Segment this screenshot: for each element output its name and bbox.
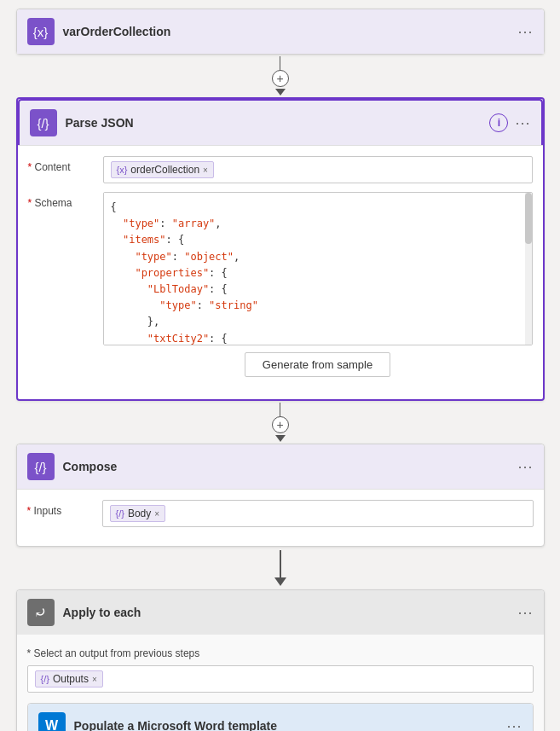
connector-line-2 xyxy=(280,403,280,416)
compose-actions: ··· xyxy=(517,458,533,476)
token-close-btn[interactable]: × xyxy=(203,165,208,175)
token-text: orderCollection xyxy=(130,164,199,176)
apply-to-each-header: ⤾ Apply to each ··· xyxy=(17,590,544,635)
apply-to-each-icon: ⤾ xyxy=(27,599,55,626)
compose-icon: {/} xyxy=(27,453,55,480)
populate-header: W Populate a Microsoft Word template ··· xyxy=(28,704,533,731)
outputs-token-text: Outputs xyxy=(53,673,89,685)
var-order-collection-header: {x} varOrderCollection ··· xyxy=(17,9,544,54)
populate-word-template-card: W Populate a Microsoft Word template ···… xyxy=(27,703,534,731)
parse-json-dots[interactable]: ··· xyxy=(515,114,530,132)
connector-arrow-2 xyxy=(275,435,286,442)
parse-json-info-btn[interactable]: i xyxy=(489,113,508,132)
var-order-collection-card: {x} varOrderCollection ··· xyxy=(16,9,545,55)
apply-to-each-title: Apply to each xyxy=(63,606,510,619)
select-output-label: * Select an output from previous steps xyxy=(27,647,200,659)
parse-json-title: Parse JSON xyxy=(66,116,482,130)
add-step-btn-2[interactable]: + xyxy=(272,416,289,433)
generate-from-sample-button[interactable]: Generate from sample xyxy=(245,352,390,377)
inputs-value: {/} Body × xyxy=(102,500,534,527)
populate-dots[interactable]: ··· xyxy=(506,717,522,732)
content-field-row: Content {x} orderCollection × xyxy=(28,156,533,183)
schema-container-wrapper: { "type": "array", "items": { "type": "o… xyxy=(103,192,533,380)
compose-body: Inputs {/} Body × xyxy=(17,489,544,546)
inputs-field-row: Inputs {/} Body × xyxy=(27,500,534,527)
body-token-icon: {/} xyxy=(116,508,124,519)
apply-to-each-actions: ··· xyxy=(517,604,533,622)
apply-to-each-card: ⤾ Apply to each ··· * Select an output f… xyxy=(16,589,545,731)
compose-title: Compose xyxy=(63,460,510,473)
compose-header: {/} Compose ··· xyxy=(17,444,544,489)
outputs-token-icon: {/} xyxy=(41,674,49,684)
schema-field-row: Schema { "type": "array", "items": { "ty… xyxy=(28,192,533,380)
simple-connector-1 xyxy=(274,547,286,589)
outputs-field: {/} Outputs × xyxy=(27,665,534,693)
schema-label: Schema xyxy=(28,192,96,380)
var-order-collection-dots[interactable]: ··· xyxy=(517,23,533,41)
populate-title: Populate a Microsoft Word template xyxy=(74,719,499,731)
populate-actions: ··· xyxy=(506,717,522,732)
schema-text: { "type": "array", "items": { "type": "o… xyxy=(111,200,525,345)
var-order-collection-actions: ··· xyxy=(517,23,533,41)
apply-to-each-dots[interactable]: ··· xyxy=(517,604,533,622)
add-step-btn-1[interactable]: + xyxy=(272,70,289,87)
content-value: {x} orderCollection × xyxy=(103,156,533,183)
compose-dots[interactable]: ··· xyxy=(517,458,533,476)
connector-2: + xyxy=(272,401,289,444)
parse-json-actions: i ··· xyxy=(489,113,530,132)
var-order-collection-title: varOrderCollection xyxy=(63,25,510,38)
order-collection-token: {x} orderCollection × xyxy=(111,161,214,178)
parse-json-card: {/} Parse JSON i ··· Content {x} orderCo… xyxy=(16,97,545,401)
outputs-token: {/} Outputs × xyxy=(35,670,103,687)
body-token: {/} Body × xyxy=(110,505,166,522)
simple-line-1 xyxy=(280,550,281,577)
schema-scrollbar[interactable] xyxy=(525,193,532,345)
connector-1: + xyxy=(272,55,289,97)
connector-line-1 xyxy=(280,56,280,70)
populate-icon: W xyxy=(38,712,66,731)
apply-to-each-body: * Select an output from previous steps {… xyxy=(17,635,544,731)
schema-scrollbar-thumb xyxy=(525,193,532,244)
parse-json-header: {/} Parse JSON i ··· xyxy=(18,99,543,145)
parse-json-body: Content {x} orderCollection × Schema { xyxy=(18,145,543,399)
content-label: Content xyxy=(28,156,96,173)
simple-arrow-1 xyxy=(274,577,286,586)
select-output-label-wrapper: * Select an output from previous steps xyxy=(27,645,534,660)
connector-arrow-1 xyxy=(275,89,286,96)
body-token-close-btn[interactable]: × xyxy=(154,509,159,519)
token-icon: {x} xyxy=(117,165,128,175)
parse-json-icon: {/} xyxy=(30,109,57,136)
outputs-token-close-btn[interactable]: × xyxy=(92,675,97,684)
body-token-text: Body xyxy=(128,508,151,519)
compose-card: {/} Compose ··· Inputs {/} Body × xyxy=(16,444,545,547)
schema-editor[interactable]: { "type": "array", "items": { "type": "o… xyxy=(103,192,533,345)
var-order-collection-icon: {x} xyxy=(27,18,55,45)
inputs-label: Inputs xyxy=(27,500,95,517)
